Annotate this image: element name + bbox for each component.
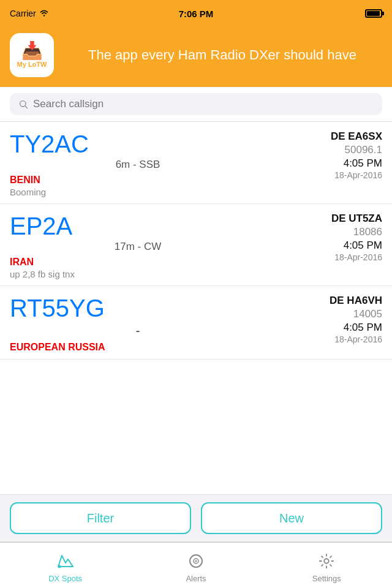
spot-right: DE HA6VH 14005 4:05 PM 18-Apr-2016 — [272, 295, 382, 344]
spot-item[interactable]: RT55YG - EUROPEAN RUSSIA DE HA6VH 14005 … — [0, 286, 392, 360]
search-wrap[interactable] — [10, 93, 382, 115]
spot-country: EUROPEAN RUSSIA — [10, 342, 266, 353]
spot-freq: 14005 — [272, 308, 382, 320]
spot-time: 4:05 PM — [272, 239, 382, 252]
carrier-label: Carrier — [10, 9, 49, 18]
spot-left: TY2AC 6m - SSB BENIN Booming — [10, 130, 266, 197]
spot-time: 4:05 PM — [272, 157, 382, 170]
spot-de: DE HA6VH — [272, 295, 382, 307]
action-buttons: Filter New — [0, 494, 392, 542]
wifi-icon — [39, 9, 49, 18]
logo-text: My LoTW — [17, 61, 47, 68]
spot-item[interactable]: TY2AC 6m - SSB BENIN Booming DE EA6SX 50… — [0, 122, 392, 204]
filter-button[interactable]: Filter — [10, 502, 191, 534]
spot-item[interactable]: EP2A 17m - CW IRAN up 2,8 fb sig tnx DE … — [0, 204, 392, 286]
tab-alerts-label: Alerts — [186, 574, 206, 583]
spot-left: EP2A 17m - CW IRAN up 2,8 fb sig tnx — [10, 213, 266, 279]
tab-settings-label: Settings — [312, 574, 341, 583]
header-tagline: The app every Ham Radio DXer should have — [62, 47, 382, 64]
spot-right: DE EA6SX 50096.1 4:05 PM 18-Apr-2016 — [272, 130, 382, 180]
spot-separator: - — [10, 324, 266, 338]
svg-marker-3 — [58, 556, 73, 567]
settings-icon — [318, 553, 335, 571]
spot-de: DE EA6SX — [272, 130, 382, 143]
spot-left: RT55YG - EUROPEAN RUSSIA — [10, 295, 266, 353]
spot-callsign: TY2AC — [10, 130, 266, 157]
status-time: 7:06 PM — [179, 9, 214, 19]
app-logo: 📥 My LoTW — [10, 33, 54, 77]
spot-country: BENIN — [10, 175, 266, 186]
search-icon — [18, 99, 28, 109]
spot-callsign: EP2A — [10, 213, 266, 239]
spot-country: IRAN — [10, 257, 266, 268]
search-input[interactable] — [33, 98, 374, 110]
spot-de: DE UT5ZA — [272, 213, 382, 225]
svg-line-2 — [25, 106, 28, 108]
spot-list: TY2AC 6m - SSB BENIN Booming DE EA6SX 50… — [0, 122, 392, 494]
alerts-icon — [187, 553, 205, 571]
spot-time: 4:05 PM — [272, 322, 382, 334]
spot-mode: 6m - SSB — [10, 159, 266, 171]
dx-spots-icon — [57, 553, 74, 571]
status-bar: Carrier 7:06 PM — [0, 0, 392, 27]
spot-date: 18-Apr-2016 — [272, 170, 382, 180]
spot-mode: 17m - CW — [10, 241, 266, 253]
tab-dx-spots-label: DX Spots — [48, 574, 82, 583]
svg-point-0 — [43, 15, 45, 16]
battery-icon — [365, 9, 382, 18]
search-bar — [0, 87, 392, 122]
new-button[interactable]: New — [201, 502, 382, 534]
svg-point-7 — [195, 560, 197, 562]
spot-date: 18-Apr-2016 — [272, 252, 382, 262]
tab-settings[interactable]: Settings — [262, 548, 392, 583]
spot-freq: 50096.1 — [272, 144, 382, 156]
svg-point-4 — [58, 565, 61, 568]
spot-callsign: RT55YG — [10, 295, 266, 322]
spot-freq: 18086 — [272, 226, 382, 238]
svg-point-8 — [325, 559, 329, 563]
app-header: 📥 My LoTW The app every Ham Radio DXer s… — [0, 27, 392, 87]
tab-bar: DX Spots Alerts Settings — [0, 542, 392, 588]
tab-dx-spots[interactable]: DX Spots — [0, 548, 130, 583]
logo-icon: 📥 — [21, 42, 43, 59]
spot-comment: up 2,8 fb sig tnx — [10, 269, 266, 279]
spot-comment: Booming — [10, 187, 266, 197]
spot-right: DE UT5ZA 18086 4:05 PM 18-Apr-2016 — [272, 213, 382, 262]
spot-date: 18-Apr-2016 — [272, 334, 382, 344]
tab-alerts[interactable]: Alerts — [130, 548, 261, 583]
